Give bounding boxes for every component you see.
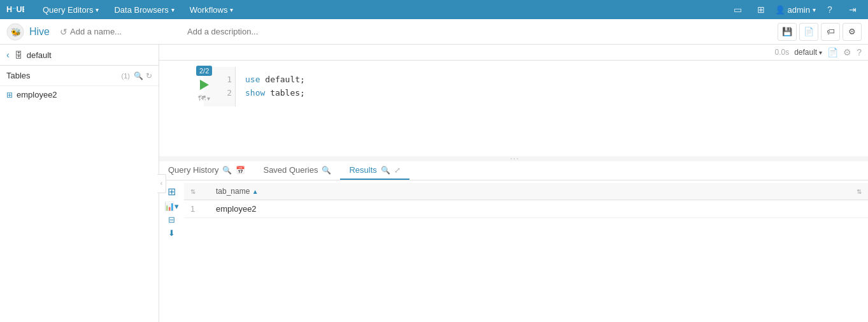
help-icon[interactable]: ? bbox=[821, 1, 839, 18]
tables-header: Tables (1) 🔍 ↻ bbox=[0, 66, 159, 86]
back-button[interactable]: ‹ bbox=[6, 50, 10, 60]
tab-query-history-label: Query History bbox=[168, 165, 218, 175]
results-table-header: ⇅ tab_name ▲ ⇅ bbox=[184, 183, 868, 200]
nav-right-actions: ▭ ⊞ 👤 admin ▾ ? ⇥ bbox=[729, 1, 862, 18]
sub-nav-actions: 💾 📄 🏷 ⚙ bbox=[778, 23, 862, 41]
map-icon: 🗺 bbox=[198, 94, 206, 103]
grid-icon[interactable]: ⊞ bbox=[752, 1, 770, 18]
nav-menu: Query Editors ▾ Data Browsers ▾ Workflow… bbox=[35, 0, 729, 19]
query-counter-badge[interactable]: 2/2 bbox=[196, 66, 212, 76]
search-icon[interactable]: 🔍 bbox=[134, 71, 143, 80]
chevron-down-icon: ▾ bbox=[230, 6, 233, 13]
table-row: 1 employee2 bbox=[184, 200, 868, 218]
new-document-icon[interactable]: ▭ bbox=[729, 1, 747, 18]
admin-menu[interactable]: 👤 admin ▾ bbox=[775, 5, 816, 15]
sidebar-collapse-button[interactable]: ‹ bbox=[157, 174, 166, 193]
table-name: employee2 bbox=[17, 90, 57, 99]
sort-icon[interactable]: ⇅ bbox=[190, 188, 196, 195]
results-table: ⇅ tab_name ▲ ⇅ bbox=[184, 183, 868, 218]
tab-results-label: Results bbox=[349, 165, 376, 175]
search-icon[interactable]: 🔍 bbox=[222, 166, 232, 175]
tag-button[interactable]: 🏷 bbox=[821, 23, 840, 41]
tab-saved-queries-label: Saved Queries bbox=[263, 165, 318, 175]
save-button[interactable]: 💾 bbox=[778, 23, 797, 41]
code-editor: 2/2 🗺 ▾ 1 2 use default; bbox=[159, 61, 868, 156]
format-icon[interactable]: 📄 bbox=[827, 47, 838, 57]
main-layout: ‹ 🗄 default Tables (1) 🔍 ↻ ⊞ employee2 ‹… bbox=[0, 45, 868, 322]
hue-logo-icon: H UE bbox=[6, 3, 24, 16]
row-tab-name: employee2 bbox=[210, 200, 849, 218]
chart-view-icon[interactable]: 📊▾ bbox=[164, 201, 179, 211]
expand-icon[interactable]: ⤢ bbox=[394, 166, 401, 175]
search-icon[interactable]: 🔍 bbox=[322, 166, 331, 175]
tabs-header: Query History 🔍 📅 Saved Queries 🔍 Result… bbox=[159, 161, 868, 180]
results-area: ⊞ 📊▾ ⊟ ⬇ ⇅ bbox=[159, 180, 868, 322]
code-line-1: use default; bbox=[245, 73, 858, 87]
nav-query-editors[interactable]: Query Editors ▾ bbox=[35, 0, 106, 19]
svg-text:H: H bbox=[6, 5, 12, 14]
svg-text:🐝: 🐝 bbox=[11, 27, 22, 38]
execution-time: 0.0s bbox=[774, 48, 789, 57]
sidebar: ‹ 🗄 default Tables (1) 🔍 ↻ ⊞ employee2 ‹ bbox=[0, 45, 159, 322]
table-icon: ⊞ bbox=[6, 91, 13, 99]
scroll-column: ⇅ bbox=[849, 183, 868, 200]
settings-icon[interactable]: ⚙ bbox=[843, 47, 851, 57]
table-view-icon[interactable]: ⊟ bbox=[168, 215, 175, 224]
calendar-icon[interactable]: 📅 bbox=[236, 166, 245, 175]
nav-workflows[interactable]: Workflows ▾ bbox=[182, 0, 241, 19]
scroll-icon[interactable]: ⇅ bbox=[857, 188, 862, 195]
chevron-down-icon: ▾ bbox=[813, 6, 816, 13]
row-number-header: ⇅ bbox=[184, 183, 210, 200]
help-icon[interactable]: ? bbox=[857, 47, 862, 57]
tab-query-history[interactable]: Query History 🔍 📅 bbox=[159, 161, 254, 180]
chevron-down-icon: ▾ bbox=[96, 6, 99, 13]
database-icon: 🗄 bbox=[15, 50, 23, 60]
tab-results[interactable]: Results 🔍 ⤢ bbox=[340, 161, 409, 180]
refresh-icon[interactable]: ↻ bbox=[146, 71, 152, 80]
tables-label: Tables bbox=[6, 71, 122, 80]
svg-rect-2 bbox=[15, 8, 16, 9]
svg-text:UE: UE bbox=[16, 5, 24, 14]
nav-data-browsers[interactable]: Data Browsers ▾ bbox=[106, 0, 181, 19]
search-icon[interactable]: 🔍 bbox=[381, 166, 390, 175]
database-name: default bbox=[27, 50, 152, 60]
row-number: 1 bbox=[184, 200, 210, 218]
editor-toolbar-icons: 📄 ⚙ ? bbox=[827, 47, 862, 57]
query-description-input[interactable] bbox=[187, 27, 778, 36]
top-navigation: H UE Query Editors ▾ Data Browsers ▾ Wor… bbox=[0, 0, 868, 19]
history-icon[interactable]: ↺ bbox=[60, 27, 68, 37]
app-logo[interactable]: H UE bbox=[6, 3, 25, 16]
tab-name-column-header[interactable]: tab_name ▲ bbox=[210, 183, 849, 200]
run-button[interactable] bbox=[200, 80, 209, 90]
query-name-input[interactable] bbox=[70, 27, 177, 36]
code-content[interactable]: use default; show tables; bbox=[236, 67, 868, 106]
explain-button[interactable]: 🗺 ▾ bbox=[198, 94, 210, 103]
tabs-section: Query History 🔍 📅 Saved Queries 🔍 Result… bbox=[159, 161, 868, 322]
sort-asc-icon: ▲ bbox=[252, 188, 259, 195]
sub-navigation: 🐝 Hive ↺ 💾 📄 🏷 ⚙ bbox=[0, 19, 868, 45]
hive-app-icon: 🐝 bbox=[6, 23, 24, 41]
chevron-down-icon: ▾ bbox=[207, 95, 210, 102]
grid-view-icon[interactable]: ⊞ bbox=[167, 186, 176, 198]
code-line-2: show tables; bbox=[245, 87, 858, 100]
sidebar-header: ‹ 🗄 default bbox=[0, 45, 159, 66]
tables-count: (1) bbox=[122, 72, 130, 80]
content-area: 0.0s default ▾ 📄 ⚙ ? 2/2 🗺 ▾ bbox=[159, 45, 868, 322]
results-table-body: 1 employee2 bbox=[184, 200, 868, 218]
settings-button[interactable]: ⚙ bbox=[843, 23, 862, 41]
table-item-employee2[interactable]: ⊞ employee2 bbox=[0, 86, 159, 103]
resize-handle[interactable]: · · · bbox=[159, 156, 868, 161]
copy-button[interactable]: 📄 bbox=[799, 23, 818, 41]
download-icon[interactable]: ⬇ bbox=[168, 228, 175, 238]
editor-controls: 2/2 🗺 ▾ bbox=[196, 61, 212, 108]
svg-rect-1 bbox=[13, 8, 14, 9]
app-title: Hive bbox=[29, 26, 50, 38]
chevron-down-icon: ▾ bbox=[819, 49, 822, 56]
database-selector[interactable]: default ▾ bbox=[794, 48, 822, 57]
tab-saved-queries[interactable]: Saved Queries 🔍 bbox=[254, 161, 340, 180]
logout-icon[interactable]: ⇥ bbox=[844, 1, 862, 18]
chevron-down-icon: ▾ bbox=[171, 6, 174, 13]
editor-toolbar: 0.0s default ▾ 📄 ⚙ ? bbox=[159, 45, 868, 61]
admin-icon: 👤 bbox=[775, 5, 785, 15]
